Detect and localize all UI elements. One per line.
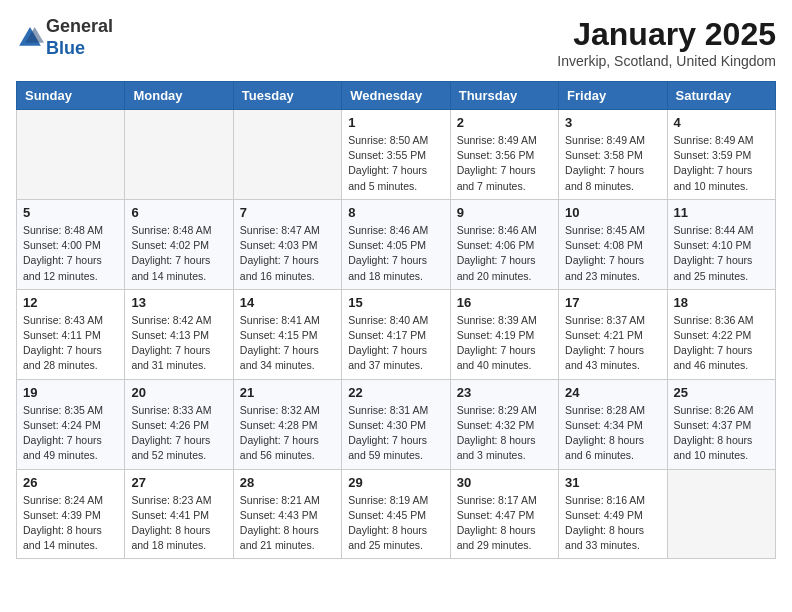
month-title: January 2025	[557, 16, 776, 53]
day-info: Sunrise: 8:29 AM Sunset: 4:32 PM Dayligh…	[457, 403, 552, 464]
day-info: Sunrise: 8:28 AM Sunset: 4:34 PM Dayligh…	[565, 403, 660, 464]
day-info: Sunrise: 8:16 AM Sunset: 4:49 PM Dayligh…	[565, 493, 660, 554]
title-block: January 2025 Inverkip, Scotland, United …	[557, 16, 776, 69]
header-friday: Friday	[559, 82, 667, 110]
day-info: Sunrise: 8:23 AM Sunset: 4:41 PM Dayligh…	[131, 493, 226, 554]
day-info: Sunrise: 8:48 AM Sunset: 4:00 PM Dayligh…	[23, 223, 118, 284]
header-saturday: Saturday	[667, 82, 775, 110]
week-row-4: 19Sunrise: 8:35 AM Sunset: 4:24 PM Dayli…	[17, 379, 776, 469]
day-cell-3-0: 19Sunrise: 8:35 AM Sunset: 4:24 PM Dayli…	[17, 379, 125, 469]
day-number: 11	[674, 205, 769, 220]
day-number: 16	[457, 295, 552, 310]
day-cell-1-1: 6Sunrise: 8:48 AM Sunset: 4:02 PM Daylig…	[125, 199, 233, 289]
day-cell-1-5: 10Sunrise: 8:45 AM Sunset: 4:08 PM Dayli…	[559, 199, 667, 289]
logo-icon	[16, 24, 44, 52]
day-cell-4-4: 30Sunrise: 8:17 AM Sunset: 4:47 PM Dayli…	[450, 469, 558, 559]
day-info: Sunrise: 8:17 AM Sunset: 4:47 PM Dayligh…	[457, 493, 552, 554]
day-number: 26	[23, 475, 118, 490]
day-number: 2	[457, 115, 552, 130]
calendar-table: Sunday Monday Tuesday Wednesday Thursday…	[16, 81, 776, 559]
day-cell-2-6: 18Sunrise: 8:36 AM Sunset: 4:22 PM Dayli…	[667, 289, 775, 379]
day-info: Sunrise: 8:48 AM Sunset: 4:02 PM Dayligh…	[131, 223, 226, 284]
day-number: 25	[674, 385, 769, 400]
day-number: 21	[240, 385, 335, 400]
day-number: 7	[240, 205, 335, 220]
day-info: Sunrise: 8:50 AM Sunset: 3:55 PM Dayligh…	[348, 133, 443, 194]
day-number: 13	[131, 295, 226, 310]
day-cell-4-1: 27Sunrise: 8:23 AM Sunset: 4:41 PM Dayli…	[125, 469, 233, 559]
week-row-2: 5Sunrise: 8:48 AM Sunset: 4:00 PM Daylig…	[17, 199, 776, 289]
day-cell-2-2: 14Sunrise: 8:41 AM Sunset: 4:15 PM Dayli…	[233, 289, 341, 379]
day-number: 6	[131, 205, 226, 220]
week-row-5: 26Sunrise: 8:24 AM Sunset: 4:39 PM Dayli…	[17, 469, 776, 559]
day-info: Sunrise: 8:26 AM Sunset: 4:37 PM Dayligh…	[674, 403, 769, 464]
day-number: 8	[348, 205, 443, 220]
day-cell-1-4: 9Sunrise: 8:46 AM Sunset: 4:06 PM Daylig…	[450, 199, 558, 289]
week-row-1: 1Sunrise: 8:50 AM Sunset: 3:55 PM Daylig…	[17, 110, 776, 200]
header-thursday: Thursday	[450, 82, 558, 110]
day-number: 4	[674, 115, 769, 130]
day-cell-0-5: 3Sunrise: 8:49 AM Sunset: 3:58 PM Daylig…	[559, 110, 667, 200]
day-cell-4-5: 31Sunrise: 8:16 AM Sunset: 4:49 PM Dayli…	[559, 469, 667, 559]
day-info: Sunrise: 8:46 AM Sunset: 4:05 PM Dayligh…	[348, 223, 443, 284]
day-cell-3-1: 20Sunrise: 8:33 AM Sunset: 4:26 PM Dayli…	[125, 379, 233, 469]
day-number: 27	[131, 475, 226, 490]
logo-general-text: General	[46, 16, 113, 36]
day-cell-2-0: 12Sunrise: 8:43 AM Sunset: 4:11 PM Dayli…	[17, 289, 125, 379]
header-monday: Monday	[125, 82, 233, 110]
day-number: 15	[348, 295, 443, 310]
day-number: 19	[23, 385, 118, 400]
day-number: 29	[348, 475, 443, 490]
day-info: Sunrise: 8:31 AM Sunset: 4:30 PM Dayligh…	[348, 403, 443, 464]
logo-blue-text: Blue	[46, 38, 85, 58]
day-cell-3-6: 25Sunrise: 8:26 AM Sunset: 4:37 PM Dayli…	[667, 379, 775, 469]
day-cell-0-2	[233, 110, 341, 200]
week-row-3: 12Sunrise: 8:43 AM Sunset: 4:11 PM Dayli…	[17, 289, 776, 379]
day-info: Sunrise: 8:41 AM Sunset: 4:15 PM Dayligh…	[240, 313, 335, 374]
day-cell-0-3: 1Sunrise: 8:50 AM Sunset: 3:55 PM Daylig…	[342, 110, 450, 200]
day-cell-1-2: 7Sunrise: 8:47 AM Sunset: 4:03 PM Daylig…	[233, 199, 341, 289]
day-cell-2-3: 15Sunrise: 8:40 AM Sunset: 4:17 PM Dayli…	[342, 289, 450, 379]
day-number: 31	[565, 475, 660, 490]
day-cell-2-5: 17Sunrise: 8:37 AM Sunset: 4:21 PM Dayli…	[559, 289, 667, 379]
day-info: Sunrise: 8:49 AM Sunset: 3:59 PM Dayligh…	[674, 133, 769, 194]
day-number: 23	[457, 385, 552, 400]
day-number: 22	[348, 385, 443, 400]
day-number: 3	[565, 115, 660, 130]
header-sunday: Sunday	[17, 82, 125, 110]
day-cell-3-3: 22Sunrise: 8:31 AM Sunset: 4:30 PM Dayli…	[342, 379, 450, 469]
day-number: 9	[457, 205, 552, 220]
day-cell-0-4: 2Sunrise: 8:49 AM Sunset: 3:56 PM Daylig…	[450, 110, 558, 200]
day-info: Sunrise: 8:33 AM Sunset: 4:26 PM Dayligh…	[131, 403, 226, 464]
day-number: 14	[240, 295, 335, 310]
day-info: Sunrise: 8:39 AM Sunset: 4:19 PM Dayligh…	[457, 313, 552, 374]
day-info: Sunrise: 8:32 AM Sunset: 4:28 PM Dayligh…	[240, 403, 335, 464]
day-info: Sunrise: 8:49 AM Sunset: 3:56 PM Dayligh…	[457, 133, 552, 194]
day-cell-4-6	[667, 469, 775, 559]
day-number: 5	[23, 205, 118, 220]
day-number: 10	[565, 205, 660, 220]
day-cell-3-5: 24Sunrise: 8:28 AM Sunset: 4:34 PM Dayli…	[559, 379, 667, 469]
day-info: Sunrise: 8:24 AM Sunset: 4:39 PM Dayligh…	[23, 493, 118, 554]
logo-text: General Blue	[46, 16, 113, 59]
day-number: 1	[348, 115, 443, 130]
day-info: Sunrise: 8:45 AM Sunset: 4:08 PM Dayligh…	[565, 223, 660, 284]
day-number: 24	[565, 385, 660, 400]
day-cell-4-3: 29Sunrise: 8:19 AM Sunset: 4:45 PM Dayli…	[342, 469, 450, 559]
day-number: 18	[674, 295, 769, 310]
calendar-header-row: Sunday Monday Tuesday Wednesday Thursday…	[17, 82, 776, 110]
page-header: General Blue January 2025 Inverkip, Scot…	[16, 16, 776, 69]
day-cell-3-2: 21Sunrise: 8:32 AM Sunset: 4:28 PM Dayli…	[233, 379, 341, 469]
day-cell-1-3: 8Sunrise: 8:46 AM Sunset: 4:05 PM Daylig…	[342, 199, 450, 289]
day-cell-3-4: 23Sunrise: 8:29 AM Sunset: 4:32 PM Dayli…	[450, 379, 558, 469]
day-info: Sunrise: 8:49 AM Sunset: 3:58 PM Dayligh…	[565, 133, 660, 194]
day-cell-1-0: 5Sunrise: 8:48 AM Sunset: 4:00 PM Daylig…	[17, 199, 125, 289]
header-wednesday: Wednesday	[342, 82, 450, 110]
day-cell-0-0	[17, 110, 125, 200]
logo: General Blue	[16, 16, 113, 59]
day-number: 12	[23, 295, 118, 310]
day-info: Sunrise: 8:42 AM Sunset: 4:13 PM Dayligh…	[131, 313, 226, 374]
day-info: Sunrise: 8:37 AM Sunset: 4:21 PM Dayligh…	[565, 313, 660, 374]
day-number: 17	[565, 295, 660, 310]
day-info: Sunrise: 8:35 AM Sunset: 4:24 PM Dayligh…	[23, 403, 118, 464]
